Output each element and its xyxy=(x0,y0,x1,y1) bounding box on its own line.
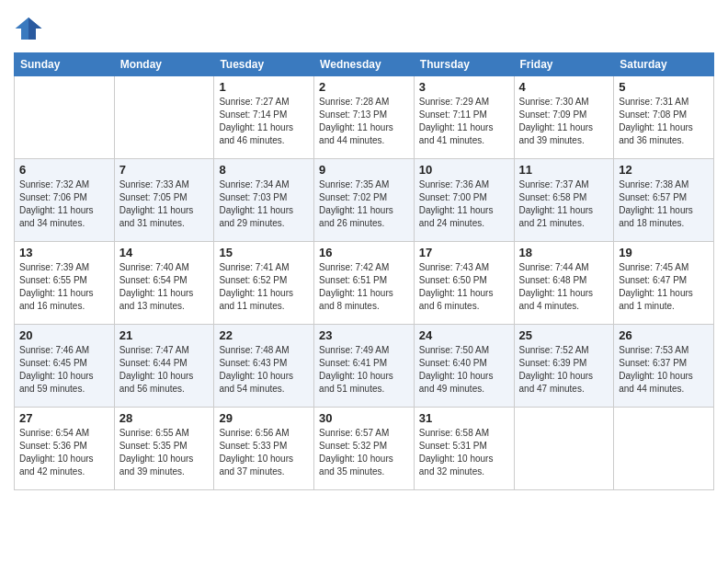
cell-info: Sunrise: 7:40 AMSunset: 6:54 PMDaylight:… xyxy=(119,261,210,313)
cell-daylight: Daylight: 10 hours and 37 minutes. xyxy=(219,453,309,478)
cell-sunset: Sunset: 6:48 PM xyxy=(519,274,609,287)
cell-daylight: Daylight: 10 hours and 39 minutes. xyxy=(119,453,210,478)
cell-info: Sunrise: 7:38 AMSunset: 6:57 PMDaylight:… xyxy=(619,178,709,230)
cell-day-number: 18 xyxy=(519,246,609,259)
cell-sunset: Sunset: 6:45 PM xyxy=(19,357,109,370)
cell-daylight: Daylight: 11 hours and 46 minutes. xyxy=(219,121,309,147)
cell-info: Sunrise: 7:27 AMSunset: 7:14 PMDaylight:… xyxy=(219,96,309,147)
cell-sunrise: Sunrise: 7:32 AM xyxy=(19,178,109,191)
cell-daylight: Daylight: 11 hours and 8 minutes. xyxy=(319,287,409,313)
cell-sunrise: Sunrise: 7:43 AM xyxy=(419,261,509,274)
cell-info: Sunrise: 7:37 AMSunset: 6:58 PMDaylight:… xyxy=(519,178,609,230)
cell-day-number: 14 xyxy=(119,246,210,259)
cell-sunset: Sunset: 6:57 PM xyxy=(619,191,709,204)
cell-sunrise: Sunrise: 6:56 AM xyxy=(219,427,309,440)
cell-sunset: Sunset: 7:09 PM xyxy=(519,109,609,121)
cell-day-number: 17 xyxy=(419,246,509,259)
calendar-cell: 5Sunrise: 7:31 AMSunset: 7:08 PMDaylight… xyxy=(614,76,714,159)
col-monday: Monday xyxy=(114,53,214,76)
cell-daylight: Daylight: 10 hours and 49 minutes. xyxy=(419,370,509,396)
cell-day-number: 2 xyxy=(319,80,409,94)
col-wednesday: Wednesday xyxy=(314,53,415,76)
calendar-table: Sunday Monday Tuesday Wednesday Thursday… xyxy=(14,52,714,490)
calendar-cell: 12Sunrise: 7:38 AMSunset: 6:57 PMDayligh… xyxy=(614,159,714,242)
calendar-cell: 16Sunrise: 7:42 AMSunset: 6:51 PMDayligh… xyxy=(314,242,415,325)
cell-daylight: Daylight: 10 hours and 56 minutes. xyxy=(119,370,210,396)
calendar-cell: 14Sunrise: 7:40 AMSunset: 6:54 PMDayligh… xyxy=(114,242,214,325)
cell-info: Sunrise: 6:56 AMSunset: 5:33 PMDaylight:… xyxy=(219,427,309,478)
calendar-cell: 31Sunrise: 6:58 AMSunset: 5:31 PMDayligh… xyxy=(414,408,514,490)
cell-info: Sunrise: 7:47 AMSunset: 6:44 PMDaylight:… xyxy=(119,344,210,396)
cell-daylight: Daylight: 11 hours and 6 minutes. xyxy=(419,287,509,313)
cell-sunset: Sunset: 6:39 PM xyxy=(519,357,609,370)
cell-info: Sunrise: 7:39 AMSunset: 6:55 PMDaylight:… xyxy=(19,261,109,313)
cell-info: Sunrise: 7:42 AMSunset: 6:51 PMDaylight:… xyxy=(319,261,409,313)
cell-day-number: 13 xyxy=(19,246,109,259)
cell-info: Sunrise: 7:52 AMSunset: 6:39 PMDaylight:… xyxy=(519,344,609,396)
cell-sunset: Sunset: 7:00 PM xyxy=(419,191,509,204)
cell-daylight: Daylight: 11 hours and 24 minutes. xyxy=(419,204,509,230)
weekday-header-row: Sunday Monday Tuesday Wednesday Thursday… xyxy=(15,53,714,76)
cell-sunset: Sunset: 7:05 PM xyxy=(119,191,210,204)
cell-daylight: Daylight: 11 hours and 31 minutes. xyxy=(119,204,210,230)
cell-daylight: Daylight: 11 hours and 11 minutes. xyxy=(219,287,309,313)
cell-daylight: Daylight: 11 hours and 21 minutes. xyxy=(519,204,609,230)
calendar-cell: 4Sunrise: 7:30 AMSunset: 7:09 PMDaylight… xyxy=(514,76,614,159)
cell-sunrise: Sunrise: 7:45 AM xyxy=(619,261,709,274)
cell-info: Sunrise: 7:33 AMSunset: 7:05 PMDaylight:… xyxy=(119,178,210,230)
calendar-cell xyxy=(514,408,614,490)
cell-sunset: Sunset: 7:06 PM xyxy=(19,191,109,204)
cell-sunrise: Sunrise: 7:52 AM xyxy=(519,344,609,357)
cell-info: Sunrise: 7:50 AMSunset: 6:40 PMDaylight:… xyxy=(419,344,509,396)
cell-sunset: Sunset: 7:13 PM xyxy=(319,109,409,121)
calendar-cell xyxy=(15,76,115,159)
cell-sunrise: Sunrise: 6:54 AM xyxy=(19,427,109,440)
calendar-week-row: 27Sunrise: 6:54 AMSunset: 5:36 PMDayligh… xyxy=(15,408,714,490)
cell-sunset: Sunset: 5:33 PM xyxy=(219,440,309,453)
calendar-cell: 9Sunrise: 7:35 AMSunset: 7:02 PMDaylight… xyxy=(314,159,415,242)
cell-info: Sunrise: 7:53 AMSunset: 6:37 PMDaylight:… xyxy=(619,344,709,396)
calendar-cell: 26Sunrise: 7:53 AMSunset: 6:37 PMDayligh… xyxy=(614,325,714,408)
logo-icon xyxy=(14,14,43,43)
cell-sunrise: Sunrise: 7:33 AM xyxy=(119,178,210,191)
cell-daylight: Daylight: 11 hours and 16 minutes. xyxy=(19,287,109,313)
cell-day-number: 19 xyxy=(619,246,709,259)
calendar-cell: 1Sunrise: 7:27 AMSunset: 7:14 PMDaylight… xyxy=(214,76,314,159)
cell-day-number: 23 xyxy=(319,328,409,342)
cell-day-number: 20 xyxy=(19,328,109,342)
cell-sunrise: Sunrise: 7:35 AM xyxy=(319,178,409,191)
cell-daylight: Daylight: 11 hours and 18 minutes. xyxy=(619,204,709,230)
cell-day-number: 30 xyxy=(319,411,409,425)
cell-sunrise: Sunrise: 7:47 AM xyxy=(119,344,210,357)
cell-daylight: Daylight: 10 hours and 35 minutes. xyxy=(319,453,409,478)
cell-sunset: Sunset: 6:47 PM xyxy=(619,274,709,287)
cell-info: Sunrise: 7:28 AMSunset: 7:13 PMDaylight:… xyxy=(319,96,409,147)
cell-daylight: Daylight: 11 hours and 13 minutes. xyxy=(119,287,210,313)
cell-sunset: Sunset: 5:35 PM xyxy=(119,440,210,453)
cell-info: Sunrise: 7:49 AMSunset: 6:41 PMDaylight:… xyxy=(319,344,409,396)
calendar-page: Sunday Monday Tuesday Wednesday Thursday… xyxy=(0,0,728,500)
calendar-cell: 27Sunrise: 6:54 AMSunset: 5:36 PMDayligh… xyxy=(15,408,115,490)
cell-info: Sunrise: 7:31 AMSunset: 7:08 PMDaylight:… xyxy=(619,96,709,147)
cell-day-number: 21 xyxy=(119,328,210,342)
calendar-cell: 17Sunrise: 7:43 AMSunset: 6:50 PMDayligh… xyxy=(414,242,514,325)
logo xyxy=(14,14,49,43)
calendar-week-row: 20Sunrise: 7:46 AMSunset: 6:45 PMDayligh… xyxy=(15,325,714,408)
cell-sunset: Sunset: 6:52 PM xyxy=(219,274,309,287)
cell-sunset: Sunset: 7:14 PM xyxy=(219,109,309,121)
cell-sunset: Sunset: 7:08 PM xyxy=(619,109,709,121)
calendar-cell xyxy=(614,408,714,490)
cell-sunset: Sunset: 7:02 PM xyxy=(319,191,409,204)
calendar-week-row: 6Sunrise: 7:32 AMSunset: 7:06 PMDaylight… xyxy=(15,159,714,242)
cell-info: Sunrise: 7:35 AMSunset: 7:02 PMDaylight:… xyxy=(319,178,409,230)
cell-daylight: Daylight: 10 hours and 54 minutes. xyxy=(219,370,309,396)
calendar-cell: 29Sunrise: 6:56 AMSunset: 5:33 PMDayligh… xyxy=(214,408,314,490)
cell-day-number: 1 xyxy=(219,80,309,94)
col-saturday: Saturday xyxy=(614,53,714,76)
cell-sunset: Sunset: 5:32 PM xyxy=(319,440,409,453)
cell-daylight: Daylight: 10 hours and 59 minutes. xyxy=(19,370,109,396)
cell-sunset: Sunset: 6:41 PM xyxy=(319,357,409,370)
cell-day-number: 8 xyxy=(219,163,309,177)
calendar-cell: 8Sunrise: 7:34 AMSunset: 7:03 PMDaylight… xyxy=(214,159,314,242)
cell-info: Sunrise: 6:55 AMSunset: 5:35 PMDaylight:… xyxy=(119,427,210,478)
